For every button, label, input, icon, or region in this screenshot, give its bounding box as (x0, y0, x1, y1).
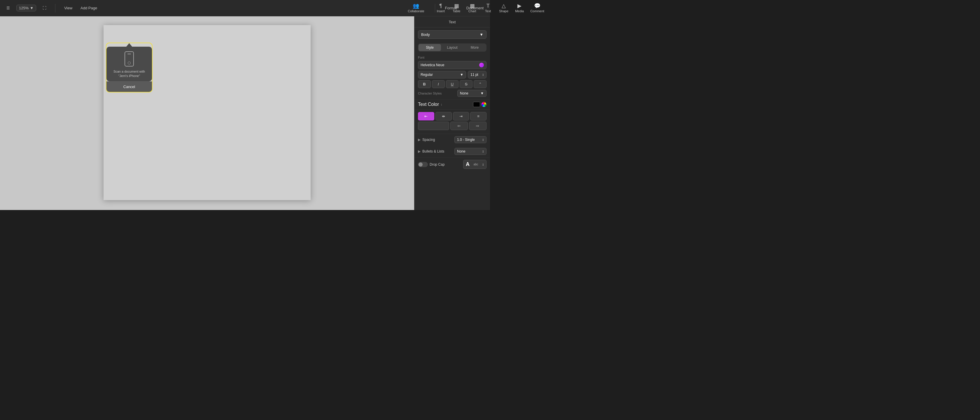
align-left-button[interactable]: ⇤ (418, 112, 434, 121)
sidebar-toggle-button[interactable]: ☰ (5, 5, 12, 11)
scan-popup: Scan a document with "Jerri's iPhone" Ca… (106, 43, 153, 92)
popup-scan-text: Scan a document with "Jerri's iPhone" (113, 69, 145, 81)
toolbar-divider (55, 4, 56, 13)
spacing-row[interactable]: ▶ Spacing 1.0 - Single ↕ (414, 134, 490, 146)
strikethrough-icon: S (465, 82, 468, 86)
color-swatch-row[interactable] (473, 102, 487, 107)
font-style-row: Regular ▼ 11 pt ↕ (418, 71, 487, 78)
insert-label: Insert (437, 10, 445, 13)
panel-title: Text (414, 16, 490, 27)
popup-cancel-button[interactable]: Cancel (107, 81, 152, 92)
char-styles-chevron-icon: ▼ (480, 91, 484, 95)
text-button[interactable]: T Text (480, 2, 490, 14)
italic-icon: I (438, 82, 439, 86)
table-button[interactable]: ▦ Table (449, 2, 464, 14)
zoom-chevron-icon: ▼ (30, 6, 33, 10)
style-label: Body (421, 32, 430, 37)
underline-icon: U (451, 82, 453, 86)
font-style-selector[interactable]: Regular ▼ (418, 71, 466, 78)
tabs-row: Style Layout More (418, 43, 487, 52)
page: Scan a document with "Jerri's iPhone" Ca… (103, 25, 310, 200)
toolbar: ☰ 125% ▼ ⛶ View Add Page ¶ Insert ▦ Tabl… (0, 0, 490, 16)
bullets-chevron-icon-right: ↕ (482, 150, 484, 153)
align-center-button[interactable]: ⇼ (436, 112, 452, 121)
spacing-selector[interactable]: 1.0 - Single ↕ (454, 136, 487, 143)
align-right-button[interactable]: ⇥ (453, 112, 469, 121)
bullets-value: None (457, 150, 466, 153)
dropcap-row: Drop Cap A abc ↕ (414, 158, 490, 171)
dropcap-format-icon: abc (473, 163, 478, 166)
font-name: Helvetica Neue (421, 63, 444, 67)
color-picker-icon[interactable] (481, 102, 487, 107)
style-selector[interactable]: Body ▼ (418, 30, 487, 39)
black-color-swatch[interactable] (473, 102, 480, 107)
toolbar-left: ☰ 125% ▼ ⛶ View Add Page (5, 4, 99, 13)
font-size-value: 11 pt (471, 73, 478, 77)
fullscreen-button[interactable]: ⛶ (41, 5, 48, 11)
dropcap-label: Drop Cap (430, 162, 444, 167)
add-page-label: Add Page (81, 6, 97, 10)
dropcap-preview-icon: A (466, 161, 469, 167)
collaborate-icon: 👥 (413, 3, 419, 8)
char-styles-label: Character Styles (418, 92, 442, 95)
bullets-row[interactable]: ▶ Bullets & Lists None ↕ (414, 146, 490, 158)
text-icon: T (487, 3, 490, 8)
collaborate-button[interactable]: 👥 Collaborate (406, 2, 426, 14)
add-page-button[interactable]: Add Page (79, 5, 99, 11)
dropcap-toggle[interactable] (418, 162, 428, 167)
bold-button[interactable]: B (418, 80, 431, 88)
tab-more[interactable]: More (463, 44, 486, 51)
font-section: Font Helvetica Neue Regular ▼ 11 pt ↕ B (414, 53, 490, 99)
font-section-label: Font (418, 56, 487, 59)
font-size-input[interactable]: 11 pt ↕ (468, 71, 487, 78)
bullets-selector[interactable]: None ↕ (454, 148, 487, 155)
bullets-label-row: ▶ Bullets & Lists (418, 150, 444, 153)
char-styles-selector[interactable]: None ▼ (457, 90, 487, 97)
tab-style[interactable]: Style (418, 44, 441, 51)
chart-button[interactable]: ▩ Chart (465, 2, 479, 14)
spacing-chevron-icon-right: ↕ (482, 138, 484, 142)
table-icon: ▦ (454, 3, 459, 8)
bullets-chevron-icon: ▶ (418, 150, 421, 153)
align-justify-button[interactable]: ≡ (470, 112, 487, 121)
bold-icon: B (423, 82, 426, 86)
baseline-icon: ⌃ (479, 82, 482, 86)
tab-layout[interactable]: Layout (441, 44, 463, 51)
indent-less-button[interactable]: ⇦ (450, 122, 468, 130)
strikethrough-button[interactable]: S (460, 80, 473, 88)
collaborate-label: Collaborate (408, 10, 424, 13)
alignment-row-1: ⇤ ⇼ ⇥ ≡ (418, 112, 487, 121)
text-color-row: Text Color ↕ (414, 99, 490, 110)
sidebar-icon: ☰ (6, 6, 10, 10)
indent-none-button[interactable] (418, 122, 449, 130)
dropcap-selector[interactable]: A abc ↕ (463, 160, 487, 169)
italic-button[interactable]: I (432, 80, 445, 88)
insert-button[interactable]: ¶ Insert (433, 2, 448, 14)
canvas-area[interactable]: Scan a document with "Jerri's iPhone" Ca… (0, 16, 414, 210)
spacing-label: Spacing (422, 138, 435, 142)
fullscreen-icon: ⛶ (43, 6, 46, 10)
toolbar-center: ¶ Insert ▦ Table ▩ Chart T Text △ Shape … (433, 2, 490, 14)
underline-button[interactable]: U (446, 80, 459, 88)
right-panel: Text Body ▼ Style Layout More Font Helve… (414, 16, 490, 210)
chart-icon: ▩ (470, 3, 475, 8)
zoom-button[interactable]: 125% ▼ (16, 5, 36, 11)
text-color-label-row: Text Color ↕ (418, 102, 442, 107)
bullets-label: Bullets & Lists (422, 150, 444, 153)
font-style-chevron-icon: ▼ (460, 73, 463, 77)
zoom-value: 125% (19, 6, 29, 10)
font-color-indicator (479, 63, 484, 67)
table-label: Table (453, 10, 460, 13)
font-size-stepper-icon: ↕ (482, 73, 484, 77)
baseline-button[interactable]: ⌃ (474, 80, 487, 88)
view-label: View (64, 6, 72, 10)
main-area: Scan a document with "Jerri's iPhone" Ca… (0, 16, 490, 210)
char-styles-value: None (460, 91, 468, 95)
phone-icon (124, 51, 134, 67)
view-button[interactable]: View (62, 5, 74, 11)
char-styles-row: Character Styles None ▼ (418, 90, 487, 97)
text-label: Text (485, 10, 490, 13)
indent-more-button[interactable]: ⇨ (469, 122, 487, 130)
font-selector[interactable]: Helvetica Neue (418, 61, 487, 69)
insert-icon: ¶ (439, 3, 442, 8)
